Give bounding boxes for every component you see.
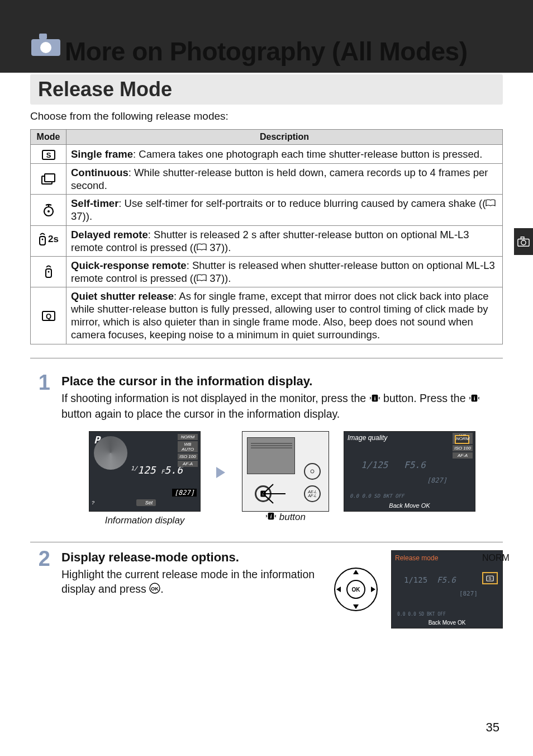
- figure-information-display: P 1/125 F5.6 NORMWB AUTOISO 100AF-A [827…: [89, 431, 201, 526]
- lcd3-header: Release mode: [395, 554, 438, 562]
- page-number: 35: [486, 720, 499, 735]
- table-row: Self-timer: Use self-timer for self-port…: [31, 195, 503, 225]
- lcd2-footer: Back Move OK: [344, 502, 475, 509]
- table-header-description: Description: [66, 130, 503, 145]
- svg-text:OK: OK: [151, 585, 159, 591]
- step-2: 2 Display release-mode options. Highligh…: [30, 542, 503, 644]
- mode-description: Single frame: Camera takes one photograp…: [66, 145, 503, 164]
- lcd3-bottom-icons: 0.0 0.0 SD BKT OFF: [397, 612, 446, 617]
- figure-info-button: i AE-LAF-L i button: [242, 431, 329, 523]
- step-text-part: button. Press the: [380, 392, 469, 404]
- svg-rect-14: [46, 269, 51, 277]
- step-text: Highlight the current release mode in th…: [61, 567, 321, 597]
- mode-icon-quick-remote: [31, 256, 66, 287]
- table-row: Continuous: While shutter-release button…: [31, 164, 503, 195]
- step-text: If shooting information is not displayed…: [61, 391, 503, 421]
- lcd-shutter: 1/125 F5.6: [131, 464, 183, 476]
- mode-icon-quiet: Q: [31, 287, 66, 344]
- svg-rect-4: [39, 34, 47, 39]
- mode-description: Delayed remote: Shutter is released 2 s …: [66, 225, 503, 256]
- section-title: Release Mode: [38, 78, 495, 101]
- figure-caption: Information display: [105, 515, 185, 526]
- lcd2-aperture: F5.6: [404, 460, 426, 470]
- step-number: 1: [30, 372, 50, 524]
- lcd2-shutter: 1/125: [361, 460, 388, 470]
- info-button-icon: i: [469, 391, 480, 406]
- section-title-bar: Release Mode: [30, 74, 503, 105]
- lcd-help-icon: ?: [92, 500, 94, 505]
- table-header-mode: Mode: [31, 130, 66, 145]
- ael-afl-button-icon: AE-LAF-L: [304, 485, 321, 502]
- svg-text:S: S: [46, 151, 51, 159]
- step-text-part: .: [160, 583, 163, 595]
- svg-rect-9: [45, 174, 55, 182]
- divider: [30, 358, 503, 358]
- svg-point-5: [40, 42, 51, 53]
- chapter-title: More on Photography (All Modes): [65, 39, 467, 64]
- mode-description: Quiet shutter release: As for single fra…: [66, 287, 503, 344]
- mode-description: Quick-response remote: Shutter is releas…: [66, 256, 503, 287]
- svg-text:i: i: [474, 395, 475, 401]
- step-text-part: Highlight the current release mode in th…: [61, 568, 315, 595]
- figure-info-display-2: Image quality 1/125 F5.6 [827] WB AUTOIS…: [344, 431, 475, 515]
- lcd-setting-pill: ISO 100: [453, 445, 473, 451]
- figure-release-mode-display: Release mode 1/125 F5.6 [827] S NORM 0.0…: [391, 550, 503, 629]
- info-button-icon: i: [369, 391, 380, 406]
- lcd-setting-pill: WB AUTO: [178, 441, 198, 452]
- svg-text:Q: Q: [45, 312, 51, 320]
- lcd2-shots: [827]: [427, 476, 447, 484]
- step-text-part: If shooting information is not displayed…: [61, 392, 369, 404]
- arrow-right-icon: [215, 431, 227, 514]
- svg-rect-22: [140, 500, 145, 505]
- svg-point-26: [311, 470, 314, 473]
- lcd-setting-pill: NORM: [482, 553, 500, 563]
- svg-rect-12: [40, 237, 45, 245]
- intro-text: Choose from the following release modes:: [30, 110, 503, 122]
- multi-selector-icon: [304, 463, 321, 480]
- svg-text:i: i: [374, 395, 375, 401]
- lcd-setting-pill: NORM: [178, 434, 198, 440]
- lcd2-header: Image quality: [348, 434, 387, 442]
- camera-back-screen: [247, 437, 295, 474]
- release-mode-table: Mode Description SSingle frame: Camera t…: [30, 129, 503, 344]
- mode-icon-single-frame: S: [31, 145, 66, 164]
- table-row: 2sDelayed remote: Shutter is released 2 …: [31, 225, 503, 256]
- lcd2-selected-quality: NORM: [455, 435, 469, 444]
- table-row: SSingle frame: Camera takes one photogra…: [31, 145, 503, 164]
- table-row: QQuiet shutter release: As for single fr…: [31, 287, 503, 344]
- mode-description: Continuous: While shutter-release button…: [66, 164, 503, 195]
- lcd3-selected-release-mode: S: [482, 572, 498, 584]
- svg-point-15: [47, 271, 49, 273]
- step-heading: Display release-mode options.: [61, 550, 321, 565]
- camera-icon: [30, 32, 61, 59]
- lcd-setting-pill: AF-A: [178, 461, 198, 467]
- svg-point-13: [42, 238, 44, 240]
- lcd3-shots: [827]: [459, 590, 478, 597]
- svg-point-11: [47, 210, 50, 212]
- lcd3-shutter: 1/125: [404, 575, 427, 584]
- lcd3-footer: Back Move OK: [392, 620, 502, 626]
- step-number: 2: [30, 548, 50, 626]
- mode-icon-delayed-remote: 2s: [31, 225, 66, 256]
- svg-text:S: S: [488, 576, 491, 581]
- multi-selector-ok-icon: OK: [333, 550, 379, 629]
- step-heading: Place the cursor in the information disp…: [61, 374, 503, 389]
- lcd-setting-pill: ISO 100: [178, 453, 198, 460]
- info-button-icon: i: [265, 512, 277, 523]
- mode-icon-continuous: [31, 164, 66, 195]
- mode-description: Self-timer: Use self-timer for self-port…: [66, 195, 503, 225]
- step-text-part: button again to place the cursor in the …: [61, 408, 340, 420]
- step-1: 1 Place the cursor in the information di…: [30, 366, 503, 542]
- lcd2-bottom-icons: 0.0 0.0 SD BKT OFF: [350, 493, 404, 499]
- mode-icon-self-timer: [31, 195, 66, 225]
- lcd3-aperture: F5.6: [437, 575, 456, 584]
- table-row: Quick-response remote: Shutter is releas…: [31, 256, 503, 287]
- lcd-set-pill: Set: [136, 499, 156, 506]
- lcd-setting-pill: AF-A: [453, 452, 473, 459]
- ok-button-icon: OK: [149, 583, 160, 597]
- figure-caption: i button: [265, 512, 306, 522]
- svg-text:OK: OK: [352, 587, 361, 593]
- lcd-shots-remaining: [827]: [172, 489, 197, 497]
- svg-text:i: i: [270, 513, 272, 519]
